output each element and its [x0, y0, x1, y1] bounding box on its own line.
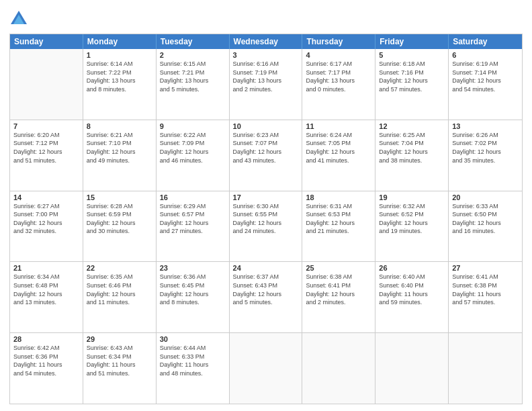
- cell-info: Sunrise: 6:41 AM Sunset: 6:38 PM Dayligh…: [452, 273, 519, 306]
- day-number: 9: [160, 122, 226, 130]
- cell-info: Sunrise: 6:44 AM Sunset: 6:33 PM Dayligh…: [160, 344, 226, 377]
- cell-info: Sunrise: 6:17 AM Sunset: 7:17 PM Dayligh…: [306, 60, 371, 93]
- header-day-friday: Friday: [375, 34, 449, 49]
- cell-info: Sunrise: 6:19 AM Sunset: 7:14 PM Dayligh…: [452, 60, 519, 93]
- cell-info: Sunrise: 6:16 AM Sunset: 7:19 PM Dayligh…: [233, 60, 299, 93]
- calendar-cell: 28Sunrise: 6:42 AM Sunset: 6:36 PM Dayli…: [10, 333, 83, 404]
- day-number: 27: [452, 264, 519, 272]
- calendar-cell: 7Sunrise: 6:20 AM Sunset: 7:12 PM Daylig…: [10, 120, 83, 191]
- day-number: 6: [452, 51, 519, 59]
- header-day-tuesday: Tuesday: [157, 34, 230, 49]
- calendar-cell: 30Sunrise: 6:44 AM Sunset: 6:33 PM Dayli…: [157, 333, 230, 404]
- cell-info: Sunrise: 6:20 AM Sunset: 7:12 PM Dayligh…: [13, 131, 79, 165]
- day-number: 2: [160, 51, 226, 59]
- cell-info: Sunrise: 6:40 AM Sunset: 6:40 PM Dayligh…: [379, 273, 445, 306]
- calendar-cell: 12Sunrise: 6:25 AM Sunset: 7:04 PM Dayli…: [375, 120, 449, 191]
- cell-info: Sunrise: 6:15 AM Sunset: 7:21 PM Dayligh…: [160, 60, 226, 93]
- calendar-cell: 2Sunrise: 6:15 AM Sunset: 7:21 PM Daylig…: [157, 49, 230, 120]
- day-number: 26: [379, 264, 445, 272]
- calendar-cell: 18Sunrise: 6:31 AM Sunset: 6:53 PM Dayli…: [302, 191, 375, 262]
- calendar-cell: 24Sunrise: 6:37 AM Sunset: 6:43 PM Dayli…: [230, 262, 303, 332]
- cell-info: Sunrise: 6:28 AM Sunset: 6:59 PM Dayligh…: [87, 202, 152, 236]
- day-number: 16: [160, 193, 226, 201]
- day-number: 8: [87, 122, 152, 130]
- day-number: 5: [379, 51, 445, 59]
- calendar-cell: 15Sunrise: 6:28 AM Sunset: 6:59 PM Dayli…: [83, 191, 157, 262]
- day-number: 15: [87, 193, 152, 201]
- calendar-cell: 8Sunrise: 6:21 AM Sunset: 7:10 PM Daylig…: [83, 120, 157, 191]
- cell-info: Sunrise: 6:23 AM Sunset: 7:07 PM Dayligh…: [233, 131, 299, 165]
- calendar-cell: 5Sunrise: 6:18 AM Sunset: 7:16 PM Daylig…: [375, 49, 449, 120]
- calendar-cell: 10Sunrise: 6:23 AM Sunset: 7:07 PM Dayli…: [230, 120, 303, 191]
- calendar-cell: 11Sunrise: 6:24 AM Sunset: 7:05 PM Dayli…: [302, 120, 375, 191]
- day-number: 23: [160, 264, 226, 272]
- cell-info: Sunrise: 6:32 AM Sunset: 6:52 PM Dayligh…: [379, 202, 445, 236]
- header: [9, 7, 523, 28]
- header-day-saturday: Saturday: [449, 34, 522, 49]
- logo: [9, 9, 31, 28]
- header-day-wednesday: Wednesday: [230, 34, 303, 49]
- cell-info: Sunrise: 6:25 AM Sunset: 7:04 PM Dayligh…: [379, 131, 445, 165]
- calendar-cell: 19Sunrise: 6:32 AM Sunset: 6:52 PM Dayli…: [375, 191, 449, 262]
- header-day-thursday: Thursday: [302, 34, 375, 49]
- calendar-cell: [230, 333, 303, 404]
- calendar-row-4: 21Sunrise: 6:34 AM Sunset: 6:48 PM Dayli…: [10, 262, 522, 333]
- calendar-cell: 25Sunrise: 6:38 AM Sunset: 6:41 PM Dayli…: [302, 262, 375, 332]
- day-number: 1: [87, 51, 152, 59]
- calendar-cell: 29Sunrise: 6:43 AM Sunset: 6:34 PM Dayli…: [83, 333, 157, 404]
- cell-info: Sunrise: 6:36 AM Sunset: 6:45 PM Dayligh…: [160, 273, 226, 306]
- cell-info: Sunrise: 6:43 AM Sunset: 6:34 PM Dayligh…: [87, 344, 152, 377]
- day-number: 14: [13, 193, 79, 201]
- day-number: 28: [13, 335, 79, 343]
- cell-info: Sunrise: 6:22 AM Sunset: 7:09 PM Dayligh…: [160, 131, 226, 165]
- cell-info: Sunrise: 6:24 AM Sunset: 7:05 PM Dayligh…: [306, 131, 371, 165]
- calendar-cell: 17Sunrise: 6:30 AM Sunset: 6:55 PM Dayli…: [230, 191, 303, 262]
- calendar-cell: 4Sunrise: 6:17 AM Sunset: 7:17 PM Daylig…: [302, 49, 375, 120]
- day-number: 11: [306, 122, 371, 130]
- day-number: 3: [233, 51, 299, 59]
- calendar-cell: 6Sunrise: 6:19 AM Sunset: 7:14 PM Daylig…: [449, 49, 522, 120]
- day-number: 7: [13, 122, 79, 130]
- day-number: 21: [13, 264, 79, 272]
- day-number: 18: [306, 193, 371, 201]
- calendar-header: SundayMondayTuesdayWednesdayThursdayFrid…: [10, 34, 522, 49]
- calendar-cell: 27Sunrise: 6:41 AM Sunset: 6:38 PM Dayli…: [449, 262, 522, 332]
- cell-info: Sunrise: 6:37 AM Sunset: 6:43 PM Dayligh…: [233, 273, 299, 306]
- calendar-row-1: 1Sunrise: 6:14 AM Sunset: 7:22 PM Daylig…: [10, 49, 522, 120]
- cell-info: Sunrise: 6:34 AM Sunset: 6:48 PM Dayligh…: [13, 273, 79, 306]
- day-number: 24: [233, 264, 299, 272]
- day-number: 22: [87, 264, 152, 272]
- calendar-cell: [302, 333, 375, 404]
- calendar-row-3: 14Sunrise: 6:27 AM Sunset: 7:00 PM Dayli…: [10, 191, 522, 263]
- calendar-cell: 3Sunrise: 6:16 AM Sunset: 7:19 PM Daylig…: [230, 49, 303, 120]
- calendar-row-5: 28Sunrise: 6:42 AM Sunset: 6:36 PM Dayli…: [10, 333, 522, 404]
- calendar-cell: 26Sunrise: 6:40 AM Sunset: 6:40 PM Dayli…: [375, 262, 449, 332]
- page: SundayMondayTuesdayWednesdayThursdayFrid…: [0, 0, 532, 411]
- logo-icon: [9, 9, 28, 28]
- calendar-cell: 20Sunrise: 6:33 AM Sunset: 6:50 PM Dayli…: [449, 191, 522, 262]
- cell-info: Sunrise: 6:38 AM Sunset: 6:41 PM Dayligh…: [306, 273, 371, 306]
- calendar-body: 1Sunrise: 6:14 AM Sunset: 7:22 PM Daylig…: [10, 49, 522, 404]
- day-number: 30: [160, 335, 226, 343]
- day-number: 25: [306, 264, 371, 272]
- cell-info: Sunrise: 6:42 AM Sunset: 6:36 PM Dayligh…: [13, 344, 79, 377]
- calendar-cell: 14Sunrise: 6:27 AM Sunset: 7:00 PM Dayli…: [10, 191, 83, 262]
- cell-info: Sunrise: 6:31 AM Sunset: 6:53 PM Dayligh…: [306, 202, 371, 236]
- calendar-row-2: 7Sunrise: 6:20 AM Sunset: 7:12 PM Daylig…: [10, 120, 522, 191]
- cell-info: Sunrise: 6:18 AM Sunset: 7:16 PM Dayligh…: [379, 60, 445, 93]
- cell-info: Sunrise: 6:29 AM Sunset: 6:57 PM Dayligh…: [160, 202, 226, 236]
- cell-info: Sunrise: 6:21 AM Sunset: 7:10 PM Dayligh…: [87, 131, 152, 165]
- cell-info: Sunrise: 6:26 AM Sunset: 7:02 PM Dayligh…: [452, 131, 519, 165]
- day-number: 20: [452, 193, 519, 201]
- calendar-cell: 23Sunrise: 6:36 AM Sunset: 6:45 PM Dayli…: [157, 262, 230, 332]
- calendar-cell: 13Sunrise: 6:26 AM Sunset: 7:02 PM Dayli…: [449, 120, 522, 191]
- cell-info: Sunrise: 6:35 AM Sunset: 6:46 PM Dayligh…: [87, 273, 152, 306]
- calendar: SundayMondayTuesdayWednesdayThursdayFrid…: [9, 34, 523, 404]
- calendar-cell: 21Sunrise: 6:34 AM Sunset: 6:48 PM Dayli…: [10, 262, 83, 332]
- day-number: 4: [306, 51, 371, 59]
- calendar-cell: [375, 333, 449, 404]
- cell-info: Sunrise: 6:27 AM Sunset: 7:00 PM Dayligh…: [13, 202, 79, 236]
- calendar-cell: [449, 333, 522, 404]
- calendar-cell: 22Sunrise: 6:35 AM Sunset: 6:46 PM Dayli…: [83, 262, 157, 332]
- day-number: 19: [379, 193, 445, 201]
